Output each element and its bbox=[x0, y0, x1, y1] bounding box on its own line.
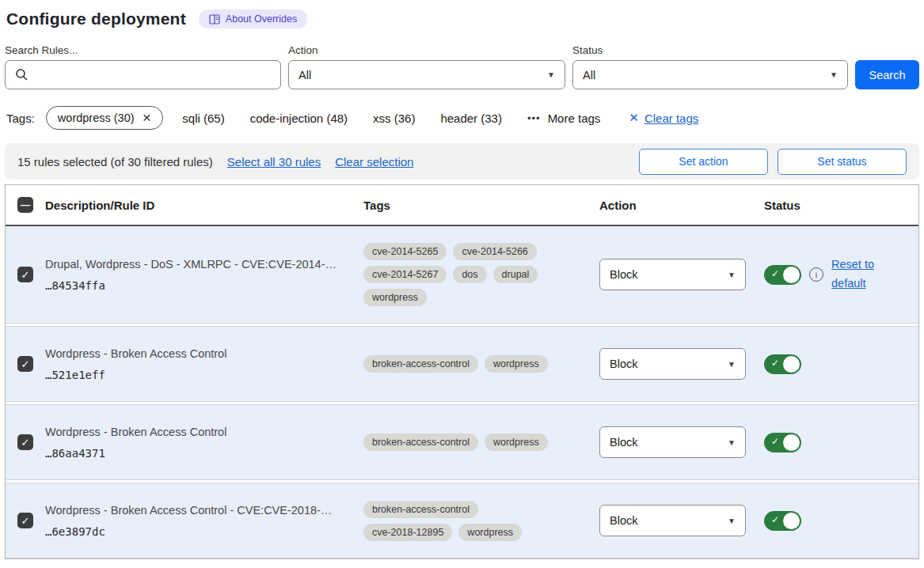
tag-chip: broken-access-control bbox=[363, 434, 478, 451]
tag-filter-wordpress-label: wordpress (30) bbox=[58, 112, 135, 124]
tag-chip: broken-access-control bbox=[363, 355, 478, 373]
check-icon: ✓ bbox=[771, 514, 779, 525]
tags-bar: Tags: wordpress (30) ✕ sqli (65) code-in… bbox=[6, 106, 919, 130]
tag-filter-code-injection[interactable]: code-injection (48) bbox=[250, 112, 348, 125]
check-icon: ✓ bbox=[771, 358, 779, 369]
status-filter-value: All bbox=[583, 69, 595, 81]
about-overrides-label: About Overrides bbox=[226, 13, 297, 25]
column-header-status: Status bbox=[764, 199, 918, 212]
rule-status-toggle[interactable]: ✓ bbox=[764, 265, 801, 285]
reset-to-default-link[interactable]: Reset to default bbox=[831, 256, 882, 293]
selection-bar: 15 rules selected (of 30 filtered rules)… bbox=[5, 143, 919, 180]
tag-filter-wordpress[interactable]: wordpress (30) ✕ bbox=[46, 106, 163, 130]
rule-action-select[interactable]: Block ▼ bbox=[599, 426, 746, 458]
rules-table: — Description/Rule ID Tags Action Status… bbox=[5, 184, 919, 559]
check-icon: ✓ bbox=[771, 436, 779, 447]
column-header-tags: Tags bbox=[363, 199, 599, 212]
table-row: ✓ Wordpress - Broken Access Control - CV… bbox=[6, 483, 918, 559]
rule-description: Wordpress - Broken Access Control bbox=[45, 347, 352, 360]
book-icon bbox=[209, 14, 220, 25]
column-header-action: Action bbox=[599, 199, 764, 212]
tag-chip: cve-2018-12895 bbox=[363, 524, 452, 541]
close-icon: ✕ bbox=[629, 111, 639, 125]
tag-chip: drupal bbox=[493, 266, 538, 283]
select-all-checkbox[interactable]: — bbox=[17, 197, 33, 213]
header-checkbox-cell: — bbox=[6, 197, 45, 213]
table-row: ✓ Wordpress - Broken Access Control …521… bbox=[6, 326, 918, 402]
selection-summary: 15 rules selected (of 30 filtered rules) bbox=[17, 155, 213, 169]
action-filter-group: Action All ▼ bbox=[288, 44, 565, 89]
tag-filter-header[interactable]: header (33) bbox=[440, 112, 502, 125]
rule-status-toggle[interactable]: ✓ bbox=[764, 354, 801, 374]
action-filter-label: Action bbox=[288, 44, 565, 56]
action-filter-select[interactable]: All ▼ bbox=[288, 60, 565, 89]
tag-chip: dos bbox=[453, 266, 486, 283]
rule-id: …86aa4371 bbox=[45, 447, 352, 460]
tag-chip: cve-2014-5267 bbox=[363, 266, 447, 283]
rule-tags: cve-2014-5265 cve-2014-5266 cve-2014-526… bbox=[363, 243, 572, 306]
about-overrides-badge[interactable]: About Overrides bbox=[199, 9, 307, 28]
search-icon bbox=[15, 68, 29, 81]
chevron-down-icon: ▼ bbox=[728, 517, 736, 525]
more-tags-label: More tags bbox=[548, 112, 601, 125]
search-rules-group: Search Rules... bbox=[5, 44, 281, 89]
rule-description: Drupal, Wordpress - DoS - XMLRPC - CVE:C… bbox=[45, 258, 352, 271]
tags-label: Tags: bbox=[6, 112, 35, 125]
rule-description: Wordpress - Broken Access Control bbox=[45, 426, 352, 438]
tag-chip: cve-2014-5265 bbox=[363, 243, 447, 260]
row-checkbox[interactable]: ✓ bbox=[17, 356, 33, 372]
rule-action-select[interactable]: Block ▼ bbox=[599, 505, 746, 536]
clear-selection-link[interactable]: Clear selection bbox=[335, 155, 413, 169]
set-action-button[interactable]: Set action bbox=[639, 149, 768, 175]
table-header-row: — Description/Rule ID Tags Action Status bbox=[6, 185, 918, 226]
set-status-button[interactable]: Set status bbox=[778, 149, 907, 175]
status-filter-label: Status bbox=[572, 44, 848, 56]
page-header: Configure deployment About Overrides bbox=[6, 9, 919, 28]
rule-action-select[interactable]: Block ▼ bbox=[599, 348, 746, 380]
tag-filter-xss[interactable]: xss (36) bbox=[373, 112, 415, 125]
rule-action-value: Block bbox=[610, 514, 637, 527]
toggle-knob bbox=[783, 356, 800, 373]
row-checkbox[interactable]: ✓ bbox=[17, 267, 33, 282]
reset-to-default-label: Reset to default bbox=[831, 258, 874, 290]
rule-action-select[interactable]: Block ▼ bbox=[599, 259, 746, 290]
bulk-actions: Set action Set status bbox=[639, 149, 907, 175]
clear-tags-label: Clear tags bbox=[645, 112, 698, 125]
rule-status-toggle[interactable]: ✓ bbox=[764, 511, 801, 531]
select-all-link[interactable]: Select all 30 rules bbox=[227, 155, 321, 169]
tag-filter-sqli[interactable]: sqli (65) bbox=[182, 112, 224, 125]
rule-action-value: Block bbox=[610, 268, 637, 281]
page-title: Configure deployment bbox=[6, 9, 186, 28]
more-tags-button[interactable]: ••• More tags bbox=[527, 112, 600, 125]
tag-chip: wordpress bbox=[485, 355, 548, 373]
tag-chip: cve-2014-5266 bbox=[453, 243, 536, 260]
rule-tags: broken-access-control wordpress bbox=[363, 355, 572, 373]
rule-tags: broken-access-control cve-2018-12895 wor… bbox=[363, 501, 572, 541]
info-icon[interactable]: i bbox=[809, 267, 823, 282]
check-icon: ✓ bbox=[771, 268, 779, 279]
rule-id: …6e3897dc bbox=[45, 525, 352, 538]
tag-chip: wordpress bbox=[363, 289, 427, 306]
chevron-down-icon: ▼ bbox=[728, 360, 736, 369]
tag-chip: broken-access-control bbox=[363, 501, 478, 518]
rule-id: …521e1eff bbox=[45, 369, 352, 381]
clear-tags-link[interactable]: ✕ Clear tags bbox=[629, 111, 698, 125]
search-rules-label: Search Rules... bbox=[5, 44, 281, 56]
rule-action-value: Block bbox=[610, 358, 637, 370]
remove-tag-icon[interactable]: ✕ bbox=[143, 112, 152, 124]
search-button[interactable]: Search bbox=[855, 60, 919, 89]
toggle-knob bbox=[783, 434, 800, 451]
row-checkbox[interactable]: ✓ bbox=[17, 434, 33, 450]
chevron-down-icon: ▼ bbox=[547, 70, 555, 79]
tag-chip: wordpress bbox=[485, 434, 548, 451]
rule-description: Wordpress - Broken Access Control - CVE:… bbox=[45, 504, 352, 517]
rule-id: …84534ffa bbox=[45, 279, 352, 292]
chevron-down-icon: ▼ bbox=[728, 271, 736, 279]
configure-deployment-page: Configure deployment About Overrides Sea… bbox=[0, 0, 924, 568]
rule-status-toggle[interactable]: ✓ bbox=[764, 433, 801, 453]
toggle-knob bbox=[783, 513, 800, 529]
status-filter-select[interactable]: All ▼ bbox=[572, 60, 848, 89]
chevron-down-icon: ▼ bbox=[830, 70, 838, 79]
row-checkbox[interactable]: ✓ bbox=[17, 513, 33, 528]
search-rules-input[interactable] bbox=[5, 60, 281, 89]
